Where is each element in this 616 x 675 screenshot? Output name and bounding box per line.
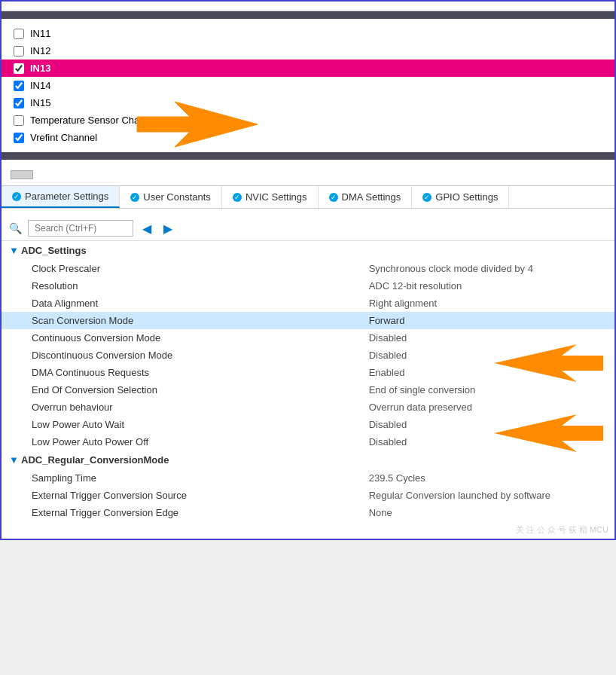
param-row-low_power_auto_wait: Low Power Auto WaitDisabled <box>2 416 614 433</box>
tab-label-1: Parameter Settings <box>25 191 108 202</box>
param-name-7: End Of Conversion Selection <box>2 381 339 399</box>
checkbox-label-1: IN12 <box>30 45 50 57</box>
params-tbody: ▼ ADC_SettingsClock PrescalerSynchronous… <box>2 241 614 521</box>
tabs-bar: ✓ Parameter Settings ✓ User Constants ✓ … <box>2 185 614 209</box>
param-value-5: Disabled <box>339 347 614 364</box>
tab-gpio-settings[interactable]: ✓ GPIO Settings <box>412 186 509 208</box>
param-value-1: ADC 12-bit resolution <box>339 277 614 295</box>
param-row-scan_conversion_mode[interactable]: Scan Conversion ModeForward <box>2 312 614 329</box>
tab-dot-1: ✓ <box>12 192 21 201</box>
search-bar: 🔍 ◀ ▶ <box>2 216 614 241</box>
search-icon: 🔍 <box>9 222 22 234</box>
param-row-sampling_time: Sampling Time239.5 Cycles <box>2 469 614 487</box>
param-row-external_trigger_conversion_edge: External Trigger Conversion EdgeNone <box>2 504 614 521</box>
param-value-2: None <box>339 504 614 521</box>
param-row-discontinuous_conversion_mode: Discontinuous Conversion ModeDisabled <box>2 347 614 364</box>
param-row-clock_prescaler: Clock PrescalerSynchronous clock mode di… <box>2 260 614 277</box>
reset-config-button[interactable] <box>11 170 33 179</box>
param-value-3: Forward <box>339 312 614 329</box>
group-header-ADC_Regular_ConversionMode: ▼ ADC_Regular_ConversionMode <box>2 451 614 469</box>
checkbox-row-vrefint_channel: Vrefint Channel <box>14 129 602 146</box>
table-wrapper: ▼ ADC_SettingsClock PrescalerSynchronous… <box>2 241 614 521</box>
checkbox-in14[interactable] <box>14 81 24 91</box>
param-name-6: DMA Continuous Requests <box>2 364 339 381</box>
param-value-0: 239.5 Cycles <box>339 469 614 487</box>
checkbox-label-2: IN13 <box>30 63 50 74</box>
param-name-0: Sampling Time <box>2 469 339 487</box>
param-name-8: Overrun behaviour <box>2 399 339 416</box>
param-row-resolution: ResolutionADC 12-bit resolution <box>2 277 614 295</box>
tab-dot-4: ✓ <box>329 193 338 202</box>
nav-next-button[interactable]: ▶ <box>160 221 175 236</box>
param-row-data_alignment: Data AlignmentRight alignment <box>2 295 614 312</box>
tab-dot-3: ✓ <box>233 193 242 202</box>
param-value-1: Regular Conversion launched by software <box>339 487 614 504</box>
param-name-4: Continuous Conversion Mode <box>2 329 339 347</box>
tab-label-4: DMA Settings <box>342 191 401 203</box>
tab-dot-2: ✓ <box>130 193 139 202</box>
param-value-6: Enabled <box>339 364 614 381</box>
param-row-low_power_auto_power_off: Low Power Auto Power OffDisabled <box>2 433 614 451</box>
checkbox-label-6: Vrefint Channel <box>30 132 97 143</box>
param-value-2: Right alignment <box>339 295 614 312</box>
watermark: 关 注 公 众 号 荻 稻 MCU <box>2 521 614 539</box>
checkbox-label-3: IN14 <box>30 80 50 91</box>
checkbox-in12[interactable] <box>14 46 24 57</box>
param-name-9: Low Power Auto Wait <box>2 416 339 433</box>
tab-label-5: GPIO Settings <box>435 191 498 203</box>
nav-prev-button[interactable]: ◀ <box>139 221 154 236</box>
checkbox-in11[interactable] <box>14 29 24 39</box>
checkbox-row-temperature_sensor_channel: Temperature Sensor Channel <box>14 111 602 129</box>
configure-text <box>2 209 614 216</box>
param-row-continuous_conversion_mode: Continuous Conversion ModeDisabled <box>2 329 614 347</box>
main-container: IN11IN12IN13IN14IN15Temperature Sensor C… <box>0 0 616 540</box>
mode-header <box>2 11 614 19</box>
tab-dma-settings[interactable]: ✓ DMA Settings <box>319 186 413 208</box>
param-name-2: External Trigger Conversion Edge <box>2 504 339 521</box>
page-title <box>2 2 614 11</box>
checkbox-row-in11: IN11 <box>14 25 602 42</box>
reset-btn-area <box>2 160 614 185</box>
checkbox-in13[interactable] <box>14 63 24 74</box>
tab-label-3: NVIC Settings <box>245 191 307 203</box>
param-name-10: Low Power Auto Power Off <box>2 433 339 451</box>
checkbox-in15[interactable] <box>14 98 24 108</box>
mode-section: IN11IN12IN13IN14IN15Temperature Sensor C… <box>2 19 614 152</box>
param-name-0: Clock Prescaler <box>2 260 339 277</box>
param-value-9: Disabled <box>339 416 614 433</box>
param-row-dma_continuous_requests: DMA Continuous RequestsEnabled <box>2 364 614 381</box>
param-row-overrun_behaviour: Overrun behaviourOverrun data preserved <box>2 399 614 416</box>
checkbox-row-in14: IN14 <box>14 77 602 94</box>
param-name-3: Scan Conversion Mode <box>2 312 339 329</box>
param-value-10: Disabled <box>339 433 614 451</box>
param-value-4: Disabled <box>339 329 614 347</box>
checkbox-label-5: Temperature Sensor Channel <box>30 115 158 126</box>
checkbox-label-0: IN11 <box>30 28 50 39</box>
param-value-8: Overrun data preserved <box>339 399 614 416</box>
param-row-end_of_conversion_selection: End Of Conversion SelectionEnd of single… <box>2 381 614 399</box>
param-name-2: Data Alignment <box>2 295 339 312</box>
param-value-7: End of single conversion <box>339 381 614 399</box>
param-value-0: Synchronous clock mode divided by 4 <box>339 260 614 277</box>
tab-parameter-settings[interactable]: ✓ Parameter Settings <box>2 186 120 208</box>
checkbox-vrefint_channel[interactable] <box>14 133 24 143</box>
param-name-5: Discontinuous Conversion Mode <box>2 347 339 364</box>
param-name-1: Resolution <box>2 277 339 295</box>
tab-dot-5: ✓ <box>422 193 432 202</box>
config-header <box>2 152 614 160</box>
tab-user-constants[interactable]: ✓ User Constants <box>120 186 222 208</box>
checkbox-label-4: IN15 <box>30 97 50 108</box>
checkbox-temperature_sensor_channel[interactable] <box>14 115 24 126</box>
param-name-1: External Trigger Conversion Source <box>2 487 339 504</box>
params-table: ▼ ADC_SettingsClock PrescalerSynchronous… <box>2 241 614 521</box>
checkbox-row-in15: IN15 <box>14 94 602 111</box>
search-input[interactable] <box>28 220 133 237</box>
group-header-ADC_Settings: ▼ ADC_Settings <box>2 241 614 260</box>
checkbox-row-in13: IN13 <box>2 60 614 77</box>
tab-nvic-settings[interactable]: ✓ NVIC Settings <box>222 186 319 208</box>
checkbox-row-in12: IN12 <box>14 42 602 60</box>
tab-label-2: User Constants <box>143 191 211 203</box>
checkboxes-container: IN11IN12IN13IN14IN15Temperature Sensor C… <box>14 25 602 146</box>
param-row-external_trigger_conversion_source: External Trigger Conversion SourceRegula… <box>2 487 614 504</box>
